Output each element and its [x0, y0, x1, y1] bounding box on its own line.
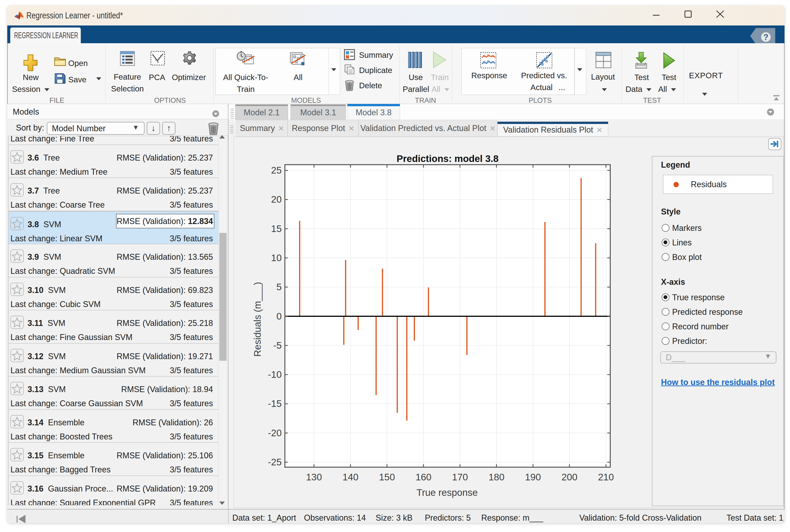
- svg-text:Residuals (m___): Residuals (m___): [252, 282, 263, 357]
- svg-text:180: 180: [489, 472, 505, 482]
- svg-text:200: 200: [562, 472, 578, 482]
- svg-text:True response: True response: [416, 487, 477, 498]
- svg-text:-5: -5: [273, 340, 282, 351]
- svg-text:190: 190: [525, 472, 541, 482]
- svg-text:-15: -15: [268, 398, 282, 409]
- svg-text:140: 140: [342, 472, 358, 482]
- svg-text:-25: -25: [268, 457, 282, 468]
- svg-text:Predictions: model 3.8: Predictions: model 3.8: [397, 153, 499, 164]
- svg-text:130: 130: [306, 472, 322, 482]
- svg-text:-10: -10: [268, 369, 282, 380]
- svg-text:150: 150: [379, 472, 395, 482]
- svg-text:-20: -20: [268, 428, 282, 438]
- svg-text:170: 170: [452, 472, 468, 482]
- svg-text:20: 20: [271, 194, 282, 205]
- svg-text:10: 10: [271, 252, 282, 263]
- svg-text:?: ?: [764, 33, 768, 42]
- svg-text:0: 0: [277, 311, 282, 322]
- svg-text:15: 15: [271, 223, 282, 234]
- svg-text:210: 210: [598, 472, 614, 482]
- svg-text:25: 25: [271, 165, 282, 176]
- svg-text:160: 160: [415, 472, 431, 482]
- svg-text:5: 5: [277, 282, 282, 292]
